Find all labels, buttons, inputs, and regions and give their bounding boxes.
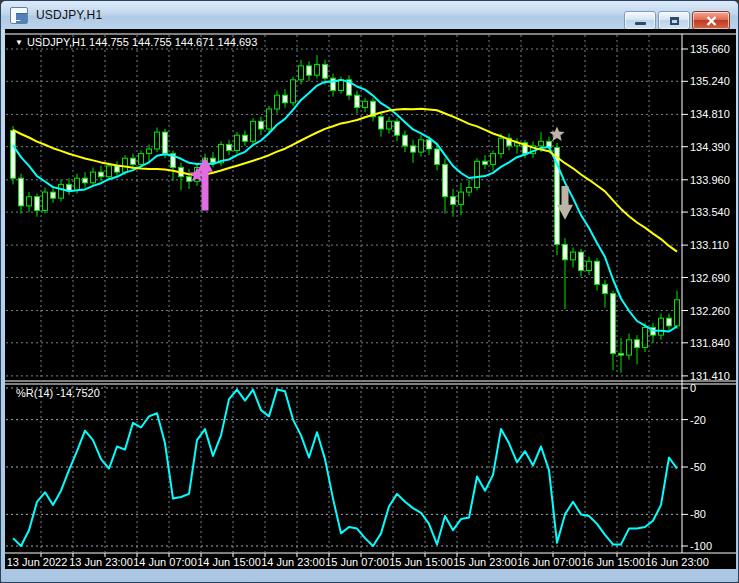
candle-body (131, 158, 136, 164)
candle-body (427, 140, 432, 149)
price-tick-label: 133.960 (690, 174, 730, 186)
time-axis-label: 15 Jun 07:00 (325, 556, 389, 568)
close-button[interactable] (692, 11, 730, 30)
close-icon (706, 16, 717, 26)
candle-body (587, 261, 592, 270)
wpr-tick-label: -50 (690, 461, 706, 473)
chart-canvas[interactable]: 135.660135.240134.810134.390133.960133.5… (5, 29, 736, 569)
candle-body (571, 252, 576, 260)
candle-body (59, 184, 64, 198)
candle-body (91, 172, 96, 183)
candle-body (675, 300, 680, 326)
candle-body (275, 95, 280, 109)
candle-body (483, 161, 488, 164)
candle-body (403, 135, 408, 146)
candle-body (659, 318, 664, 335)
candle-body (611, 294, 616, 354)
candle-body (411, 146, 416, 152)
price-tick-label: 133.110 (690, 239, 729, 251)
ma-fast-line (13, 80, 677, 332)
candle-body (283, 95, 288, 103)
candle-body (635, 340, 640, 348)
candle-body (307, 66, 312, 75)
candle-body (19, 178, 24, 206)
price-tick-label: 132.260 (690, 305, 730, 317)
minimize-icon (635, 22, 646, 25)
candle-body (419, 140, 424, 152)
symbol-dropdown-icon[interactable]: ▼ (15, 38, 23, 47)
terminal-window: USDJPY,H1 ▼USDJPY,H1 144.755 144.755 144… (0, 0, 739, 583)
candle-body (339, 80, 344, 91)
wpr-tick-label: -80 (690, 508, 706, 520)
candle-body (315, 64, 320, 75)
candle-body (187, 177, 192, 182)
price-tick-label: 135.240 (690, 75, 730, 87)
candle-body (211, 158, 216, 163)
candle-body (387, 121, 392, 129)
time-axis-label: 13 Jun 2022 (7, 556, 68, 568)
candle-body (107, 166, 112, 177)
time-axis-label: 16 Jun 15:00 (581, 556, 645, 568)
time-axis-label: 15 Jun 15:00 (389, 556, 453, 568)
candle-body (43, 192, 48, 210)
candle-body (619, 354, 624, 356)
candle-body (259, 121, 264, 129)
candle-body (451, 197, 456, 205)
candle-body (35, 197, 40, 211)
maximize-button[interactable] (658, 11, 690, 30)
candle-body (227, 144, 232, 150)
wpr-tick-label: -20 (690, 414, 706, 426)
minimize-button[interactable] (624, 11, 656, 30)
candle-body (163, 132, 168, 154)
candle-body (27, 197, 32, 206)
candle-body (539, 141, 544, 146)
candle-body (499, 138, 504, 153)
candle-body (11, 131, 16, 179)
candle-body (459, 192, 464, 204)
candle-body (395, 121, 400, 135)
candle-body (643, 328, 648, 348)
candle-body (603, 284, 608, 293)
candle-body (155, 132, 160, 149)
title-bar[interactable]: USDJPY,H1 (1, 1, 738, 29)
ohlc-label: ▼USDJPY,H1 144.755 144.755 144.671 144.6… (15, 36, 257, 48)
candle-body (243, 135, 248, 141)
time-axis-label: 15 Jun 23:00 (453, 556, 517, 568)
maximize-icon (670, 17, 679, 25)
ohlc-label-text: USDJPY,H1 144.755 144.755 144.671 144.69… (27, 36, 257, 48)
price-tick-label: 131.840 (690, 337, 730, 349)
candle-body (379, 117, 384, 129)
candle-body (115, 166, 120, 172)
candle-body (355, 95, 360, 107)
candle-body (235, 135, 240, 150)
price-tick-label: 134.810 (690, 108, 730, 120)
candle-body (147, 149, 152, 154)
candle-body (435, 149, 440, 164)
candle-body (267, 109, 272, 129)
candle-body (299, 66, 304, 80)
candle-body (579, 252, 584, 270)
time-axis-label: 13 Jun 23:00 (69, 556, 133, 568)
chart-icon (10, 7, 28, 24)
candle-body (563, 244, 568, 259)
candle-body (51, 192, 56, 198)
window-controls (624, 11, 730, 30)
price-tick-label: 131.410 (690, 370, 730, 382)
candle-body (667, 318, 672, 326)
wpr-tick-label: -100 (690, 540, 712, 552)
time-axis-label: 14 Jun 07:00 (133, 556, 197, 568)
candle-body (75, 178, 80, 190)
window-title: USDJPY,H1 (36, 8, 102, 22)
candle-body (139, 154, 144, 165)
time-axis-label: 14 Jun 23:00 (261, 556, 325, 568)
candle-body (99, 172, 104, 177)
price-tick-label: 135.660 (690, 43, 730, 55)
candle-body (291, 80, 296, 103)
candle-body (83, 178, 88, 183)
candle-body (475, 161, 480, 187)
price-tick-label: 134.390 (690, 141, 730, 153)
candle-body (491, 154, 496, 165)
chart-area[interactable]: ▼USDJPY,H1 144.755 144.755 144.671 144.6… (5, 29, 736, 569)
candle-body (251, 121, 256, 141)
candle-body (443, 164, 448, 196)
